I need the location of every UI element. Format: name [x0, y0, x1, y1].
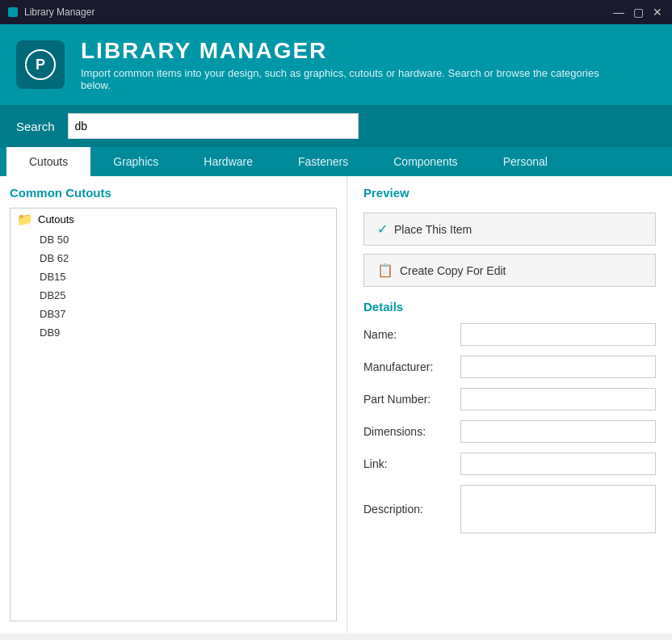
detail-input-link[interactable]	[460, 453, 656, 475]
title-bar-text: Library Manager	[24, 6, 94, 18]
check-icon: ✓	[377, 221, 388, 237]
left-panel: Common Cutouts 📁 Cutouts DB 50 DB 62 DB1…	[0, 176, 347, 634]
svg-rect-0	[8, 7, 18, 17]
app-title: LIBRARY MANAGER	[81, 38, 630, 64]
search-label: Search	[16, 120, 55, 133]
detail-input-name[interactable]	[460, 323, 656, 346]
tree-item[interactable]: DB37	[33, 305, 336, 323]
tab-personal[interactable]: Personal	[481, 147, 570, 176]
tab-hardware[interactable]: Hardware	[181, 147, 275, 176]
detail-row-description: Description:	[363, 485, 656, 533]
maximize-button[interactable]: ▢	[630, 4, 646, 20]
detail-label-manufacturer: Manufacturer:	[363, 360, 460, 373]
detail-row-link: Link:	[363, 453, 656, 475]
detail-textarea-description[interactable]	[460, 485, 656, 533]
place-item-button[interactable]: ✓ Place This Item	[363, 213, 656, 246]
tree-item[interactable]: DB 50	[33, 230, 336, 249]
tree-item[interactable]: DB15	[33, 267, 336, 286]
preview-title: Preview	[363, 186, 656, 200]
tree-item[interactable]: DB9	[33, 323, 336, 342]
left-panel-title: Common Cutouts	[10, 186, 337, 200]
title-bar: Library Manager ― ▢ ✕	[0, 0, 672, 24]
detail-label-dimensions: Dimensions:	[363, 425, 460, 438]
tree-folder-cutouts[interactable]: 📁 Cutouts	[10, 208, 336, 230]
app-header: P LIBRARY MANAGER Import common items in…	[0, 24, 672, 105]
tab-fasteners[interactable]: Fasteners	[275, 147, 371, 176]
detail-input-manufacturer[interactable]	[460, 356, 656, 378]
detail-label-name: Name:	[363, 328, 460, 341]
copy-icon: 📋	[377, 263, 393, 278]
create-copy-button[interactable]: 📋 Create Copy For Edit	[363, 254, 656, 287]
detail-input-dimensions[interactable]	[460, 420, 656, 443]
right-panel: Preview ✓ Place This Item 📋 Create Copy …	[347, 176, 672, 634]
app-subtitle: Import common items into your design, su…	[81, 67, 630, 91]
tab-components[interactable]: Components	[371, 147, 480, 176]
detail-input-partnumber[interactable]	[460, 388, 656, 411]
main-content: Common Cutouts 📁 Cutouts DB 50 DB 62 DB1…	[0, 176, 672, 634]
tab-graphics[interactable]: Graphics	[90, 147, 181, 176]
place-item-label: Place This Item	[394, 223, 472, 236]
logo-icon: P	[24, 48, 57, 81]
minimize-button[interactable]: ―	[611, 4, 627, 20]
app-logo: P	[16, 40, 65, 89]
tab-cutouts[interactable]: Cutouts	[6, 147, 90, 176]
detail-row-dimensions: Dimensions:	[363, 420, 656, 443]
tree-container: 📁 Cutouts DB 50 DB 62 DB15 DB25 DB37 DB9	[10, 208, 337, 621]
detail-row-name: Name:	[363, 323, 656, 346]
details-title: Details	[363, 300, 656, 314]
app-icon	[6, 6, 19, 19]
close-button[interactable]: ✕	[649, 4, 666, 20]
svg-text:P: P	[36, 57, 45, 73]
create-copy-label: Create Copy For Edit	[400, 264, 506, 277]
tree-item[interactable]: DB 62	[33, 249, 336, 267]
detail-label-link: Link:	[363, 457, 460, 470]
tabs-container: Cutouts Graphics Hardware Fasteners Comp…	[0, 147, 672, 176]
detail-row-manufacturer: Manufacturer:	[363, 356, 656, 378]
detail-label-partnumber: Part Number:	[363, 393, 460, 406]
tree-items: DB 50 DB 62 DB15 DB25 DB37 DB9	[10, 230, 336, 342]
header-text: LIBRARY MANAGER Import common items into…	[81, 38, 630, 91]
search-bar: Search	[0, 105, 672, 147]
search-input[interactable]	[68, 113, 359, 139]
detail-label-description: Description:	[363, 503, 460, 516]
tree-folder-label: Cutouts	[38, 213, 74, 225]
title-bar-controls: ― ▢ ✕	[611, 4, 666, 20]
folder-icon: 📁	[17, 212, 33, 227]
detail-row-partnumber: Part Number:	[363, 388, 656, 411]
tree-item[interactable]: DB25	[33, 286, 336, 305]
